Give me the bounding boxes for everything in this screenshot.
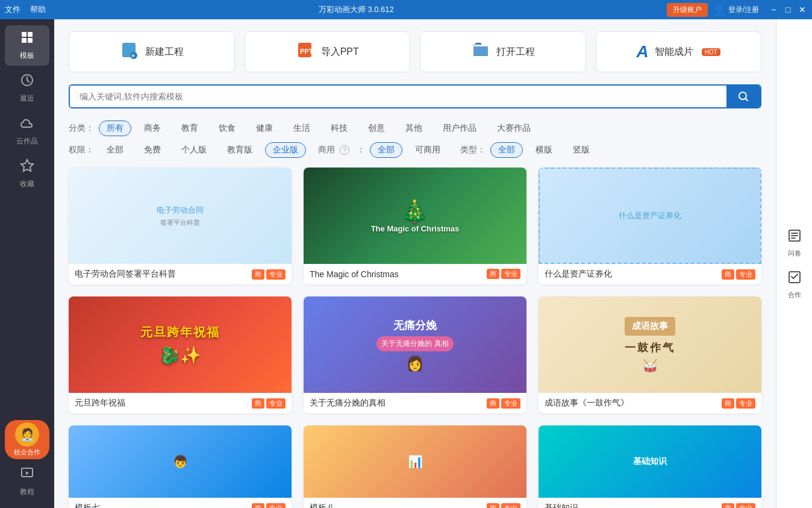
filter-perm-personal[interactable]: 个人版 [173,142,214,158]
filter-tag-contest[interactable]: 大赛作品 [489,121,539,136]
cooperate-icon [787,270,802,288]
card-8-badges: 商 专业 [487,503,520,509]
card-5-badges: 商 专业 [487,398,520,409]
recent-icon [20,73,34,91]
thumb-9-content: 基础知识 [633,456,667,467]
template-card-9[interactable]: 基础知识 基础知识 商 专业 [539,425,761,508]
filter-perm-all[interactable]: 全部 [99,142,131,158]
card-8-badge-pro: 专业 [501,503,520,509]
template-card-8[interactable]: 📊 模板八 商 专业 [304,425,526,508]
filter-tag-education[interactable]: 教育 [173,121,206,136]
template-card-6[interactable]: 成语故事 一鼓作气 🥁 成语故事《一鼓作气》 商 专业 [539,296,761,413]
filter-type-portrait[interactable]: 竖版 [565,142,598,158]
card-6-badge-pro: 专业 [736,398,755,409]
hot-badge: HOT [702,48,720,56]
survey-icon [787,228,802,246]
filter-tag-other[interactable]: 其他 [398,121,430,136]
thumb-7-content: 👦 [173,454,188,469]
filter-tag-tech[interactable]: 科技 [323,121,355,136]
svg-point-11 [739,92,746,99]
close-button[interactable]: ✕ [798,5,807,14]
sidebar: 模板 最近 云作品 收藏 [0,19,54,508]
new-project-button[interactable]: + 新建工程 [69,31,235,72]
filter-tag-creative[interactable]: 创意 [360,121,393,136]
school-enterprise-button[interactable]: 🧑‍💼 校企合作 [5,420,49,459]
filter-comm-usable[interactable]: 可商用 [407,142,448,158]
thumb-6-content: 成语故事 一鼓作气 🥁 [625,317,675,373]
ai-create-button[interactable]: A 智能成片 HOT [596,31,762,72]
sidebar-item-favorites[interactable]: 收藏 [5,154,49,194]
svg-rect-3 [28,38,33,43]
card-1-badges: 商 专业 [252,269,286,280]
maximize-button[interactable]: □ [783,5,793,14]
thumb-1-content: 电子劳动合同 签署平台科普 [151,199,210,233]
card-3-badge-pro: 专业 [736,269,755,280]
card-4-footer: 元旦跨年祝福 商 专业 [69,393,292,413]
filter-perm-free[interactable]: 免费 [136,142,169,158]
filter-tag-food[interactable]: 饮食 [211,121,243,136]
svg-text:+: + [131,52,135,59]
card-2-badges: 商 专业 [487,269,520,279]
filter-perm-enterprise[interactable]: 企业版 [265,142,306,158]
filter-tag-all[interactable]: 所有 [99,121,131,136]
card-8-badge-shang: 商 [487,503,499,509]
card-2-footer: The Magic of Christmas 商 专业 [304,264,526,284]
menu-file[interactable]: 文件 [5,4,20,15]
sidebar-item-cloud[interactable]: 云作品 [5,111,49,151]
menu-help[interactable]: 帮助 [30,4,46,15]
card-2-badge-pro: 专业 [501,269,520,279]
card-9-title: 基础知识 [545,503,722,508]
search-input[interactable] [70,86,726,107]
import-ppt-icon: PPT [296,40,315,64]
import-ppt-button[interactable]: PPT 导入PPT [245,31,411,72]
card-9-badges: 商 专业 [722,503,755,509]
open-project-button[interactable]: 打开工程 [420,31,586,72]
card-2-title: The Magic of Christmas [310,269,487,279]
right-panel: 问卷 合作 [776,19,812,508]
template-card-4[interactable]: 元旦跨年祝福 🐉✨ 元旦跨年祝福 商 专业 [69,296,292,413]
search-icon [737,90,749,102]
search-button[interactable] [726,86,760,107]
sidebar-item-template[interactable]: 模板 [5,25,49,66]
permission-label: 权限： [69,145,94,155]
card-7-title: 模板七 [75,503,252,508]
template-card-7[interactable]: 👦 模板七 商 专业 [69,425,292,508]
import-ppt-label: 导入PPT [321,46,359,58]
survey-label: 问卷 [788,249,801,258]
card-7-badge-shang: 商 [252,503,264,509]
sidebar-label-favorites: 收藏 [20,179,34,189]
template-card-3[interactable]: 什么是资产证券化 什么是资产证券化 商 专业 [539,168,761,284]
template-card-1[interactable]: 电子劳动合同 签署平台科普 电子劳动合同签署平台科普 商 专业 [69,168,292,284]
card-3-footer: 什么是资产证券化 商 专业 [539,264,761,284]
filter-type-landscape[interactable]: 横版 [528,142,560,158]
login-button[interactable]: 👤 登录/注册 [713,3,759,16]
cloud-icon [20,116,34,134]
sidebar-item-recent[interactable]: 最近 [5,68,49,108]
card-7-footer: 模板七 商 专业 [69,498,292,508]
filter-comm-all[interactable]: 全部 [370,142,402,158]
card-2-badge-shang: 商 [487,269,499,279]
school-enterprise-label: 校企合作 [14,448,40,457]
ai-create-label: 智能成片 [655,46,693,58]
cooperate-button[interactable]: 合作 [787,270,802,299]
upgrade-button[interactable]: 升级账户 [667,3,708,17]
filter-tag-business[interactable]: 商务 [136,121,169,136]
card-1-title: 电子劳动合同签署平台科普 [75,269,252,280]
card-6-badge-shang: 商 [722,398,734,409]
template-card-2[interactable]: 🎄 The Magic of Christmas The Magic of Ch… [304,168,526,284]
sidebar-bottom: 🧑‍💼 校企合作 教程 [5,420,49,508]
survey-button[interactable]: 问卷 [787,228,802,258]
filter-tag-life[interactable]: 生活 [286,121,318,136]
filter-type-all[interactable]: 全部 [490,142,523,158]
question-icon[interactable]: ? [340,145,349,155]
filter-tag-user[interactable]: 用户作品 [435,121,484,136]
commercial-label: 商用 [318,145,335,155]
ai-icon: A [637,42,649,61]
template-card-5[interactable]: 无痛分娩 关于无痛分娩的 真相 👩 关于无痛分娩的真相 商 专业 [304,296,526,413]
category-filter-row: 分类： 所有 商务 教育 饮食 健康 生活 科技 创意 其他 用户作品 大赛作品 [69,121,761,136]
card-1-badge-pro: 专业 [266,269,286,280]
filter-perm-edu[interactable]: 教育版 [219,142,260,158]
filter-tag-health[interactable]: 健康 [248,121,281,136]
minimize-button[interactable]: − [769,5,778,14]
sidebar-item-tutorial[interactable]: 教程 [5,462,49,502]
